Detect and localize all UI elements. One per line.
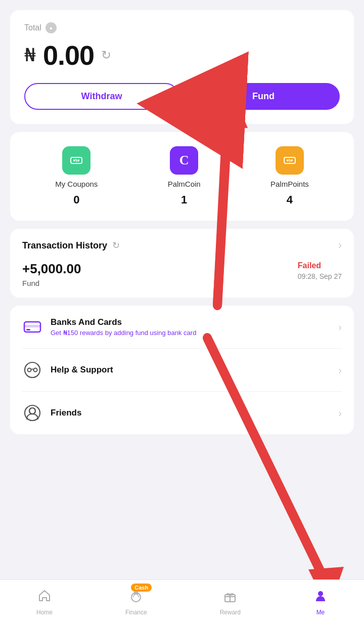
coupons-label: My Coupons xyxy=(55,180,98,188)
reward-icon xyxy=(223,589,237,606)
hide-balance-icon[interactable]: ● xyxy=(46,22,57,33)
balance-refresh-icon[interactable]: ↻ xyxy=(101,48,111,62)
txn-type: Fund xyxy=(22,279,81,287)
svg-point-5 xyxy=(287,159,289,161)
svg-rect-9 xyxy=(24,325,40,327)
txn-title: Transaction History xyxy=(22,240,107,251)
svg-point-13 xyxy=(34,368,37,372)
banks-cards-text: Banks And Cards Get ₦150 rewards by addi… xyxy=(51,317,330,337)
help-support-icon xyxy=(22,360,42,380)
palmcoin-icon: C xyxy=(170,146,198,175)
svg-point-15 xyxy=(29,408,35,414)
balance-amount-row: ₦ 0.00 ↻ xyxy=(24,39,340,71)
svg-point-2 xyxy=(77,159,79,161)
svg-point-12 xyxy=(28,368,31,372)
withdraw-button[interactable]: Withdraw xyxy=(24,83,179,110)
nav-reward-label: Reward xyxy=(220,609,241,616)
banks-cards-icon xyxy=(22,317,42,337)
me-icon xyxy=(313,589,328,606)
bottom-nav: Home Cash Finance Reward xyxy=(0,579,364,624)
coupons-item[interactable]: My Coupons 0 xyxy=(55,146,98,206)
palmcoin-label: PalmCoin xyxy=(168,180,201,188)
svg-rect-10 xyxy=(26,329,30,330)
help-support-text: Help & Support xyxy=(51,365,330,375)
nav-me[interactable]: Me xyxy=(313,589,328,616)
coupon-icon xyxy=(62,146,90,175)
menu-card: Banks And Cards Get ₦150 rewards by addi… xyxy=(10,306,354,434)
svg-line-3 xyxy=(76,159,77,162)
transaction-history-card: Transaction History ↻ › +5,000.00 Fund F… xyxy=(10,229,354,298)
help-support-title: Help & Support xyxy=(51,365,330,375)
nav-reward[interactable]: Reward xyxy=(220,589,241,616)
txn-right: Failed 09:28, Sep 27 xyxy=(298,261,342,280)
txn-header-left: Transaction History ↻ xyxy=(22,240,120,251)
friends-icon xyxy=(22,403,42,423)
nav-finance-label: Finance xyxy=(125,609,147,616)
txn-header: Transaction History ↻ › xyxy=(22,239,342,252)
menu-item-friends[interactable]: Friends › xyxy=(22,392,342,434)
menu-item-banks-cards[interactable]: Banks And Cards Get ₦150 rewards by addi… xyxy=(22,306,342,349)
menu-item-help-support[interactable]: Help & Support › xyxy=(22,349,342,392)
svg-point-27 xyxy=(318,591,323,596)
txn-amount: +5,000.00 xyxy=(22,261,81,277)
palmpoints-value: 4 xyxy=(287,193,293,206)
coupons-value: 0 xyxy=(73,193,79,206)
nav-home-label: Home xyxy=(36,609,53,616)
palmcoin-value: 1 xyxy=(181,193,187,206)
banks-cards-subtitle: Get ₦150 rewards by adding fund using ba… xyxy=(51,329,330,337)
palmpoints-label: PalmPoints xyxy=(270,180,309,188)
friends-title: Friends xyxy=(51,408,330,418)
palmpoints-icon xyxy=(276,146,304,175)
balance-value: 0.00 xyxy=(43,39,94,71)
txn-row: +5,000.00 Fund Failed 09:28, Sep 27 xyxy=(22,261,342,287)
rewards-card: My Coupons 0 C PalmCoin 1 PalmPoints 4 xyxy=(10,132,354,221)
friends-chevron: › xyxy=(338,407,342,419)
txn-chevron-icon[interactable]: › xyxy=(338,239,342,252)
palmcoin-item[interactable]: C PalmCoin 1 xyxy=(168,146,201,206)
home-icon xyxy=(37,589,52,606)
balance-label: Total xyxy=(24,23,41,32)
currency-symbol: ₦ xyxy=(24,45,36,66)
balance-header: Total ● xyxy=(24,22,340,33)
balance-actions: Withdraw Fund xyxy=(24,83,340,110)
svg-point-6 xyxy=(291,159,293,161)
svg-point-1 xyxy=(73,159,75,161)
nav-home[interactable]: Home xyxy=(36,589,53,616)
palmpoints-item[interactable]: PalmPoints 4 xyxy=(270,146,309,206)
txn-date: 09:28, Sep 27 xyxy=(298,272,342,280)
txn-refresh-icon[interactable]: ↻ xyxy=(112,240,120,251)
balance-card: Total ● ₦ 0.00 ↻ Withdraw Fund xyxy=(10,10,354,124)
help-support-chevron: › xyxy=(338,364,342,376)
txn-status: Failed xyxy=(298,261,342,270)
finance-icon: Cash xyxy=(129,589,143,606)
svg-line-7 xyxy=(289,159,290,162)
fund-button[interactable]: Fund xyxy=(187,83,340,110)
banks-cards-chevron: › xyxy=(338,321,342,333)
nav-finance[interactable]: Cash Finance xyxy=(125,589,147,616)
friends-text: Friends xyxy=(51,408,330,418)
nav-me-label: Me xyxy=(316,609,325,616)
txn-left: +5,000.00 Fund xyxy=(22,261,81,287)
banks-cards-title: Banks And Cards xyxy=(51,317,330,327)
